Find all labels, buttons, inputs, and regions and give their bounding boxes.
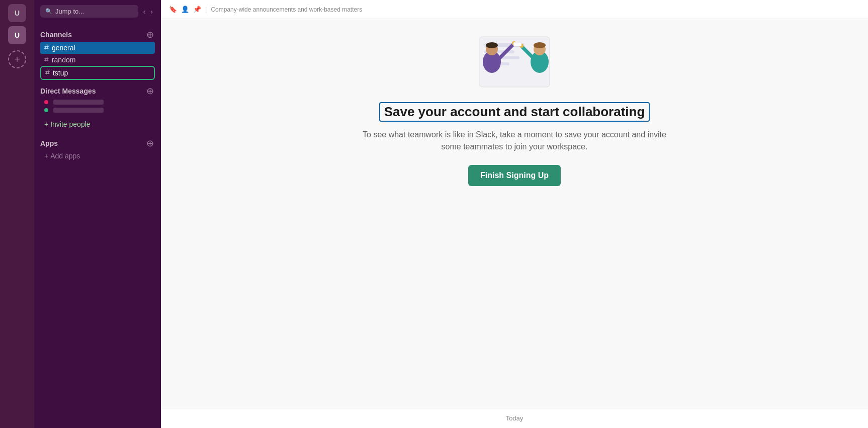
dm-name-blurred-2 <box>53 108 104 113</box>
workspace-avatar-top[interactable]: U <box>8 4 26 22</box>
svg-rect-16 <box>513 42 522 46</box>
pin-icon: 📌 <box>193 6 201 13</box>
channel-name-tstup: tstup <box>53 69 68 77</box>
bookmark-icon: 🔖 <box>169 6 177 13</box>
illustration-svg <box>439 29 590 102</box>
add-apps-plus-icon: + <box>44 152 48 160</box>
dm-section: Direct Messages ⊕ <box>34 82 161 116</box>
svg-point-12 <box>534 42 546 48</box>
add-apps-plus-button[interactable]: ⊕ <box>145 138 155 148</box>
promo-card: Save your account and start collaboratin… <box>343 102 685 206</box>
nav-arrows: ‹ › <box>141 7 155 17</box>
header-separator: | <box>205 6 207 13</box>
plus-icon: ⊕ <box>146 29 154 40</box>
apps-header: Apps ⊕ <box>40 138 155 148</box>
dm-header-label: Direct Messages <box>40 87 96 95</box>
channel-hash-icon: # <box>44 43 49 52</box>
search-icon: 🔍 <box>45 8 52 15</box>
add-apps-label: Add apps <box>50 152 80 160</box>
dm-name-blurred-1 <box>53 100 104 105</box>
plus-icon: ⊕ <box>146 138 154 149</box>
workspace-initial: U <box>15 9 20 17</box>
nav-back-button[interactable]: ‹ <box>141 7 148 17</box>
add-dm-button[interactable]: ⊕ <box>145 86 155 96</box>
user-avatar[interactable]: U <box>8 26 26 44</box>
channel-name-random: random <box>52 56 75 64</box>
add-channel-button[interactable]: ⊕ <box>145 30 155 40</box>
icon-bar: U U + <box>0 0 34 428</box>
finish-signing-up-button[interactable]: Finish Signing Up <box>468 165 561 186</box>
svg-point-7 <box>486 42 498 48</box>
user-initial: U <box>15 31 20 39</box>
promo-description: To see what teamwork is like in Slack, t… <box>354 129 675 153</box>
promo-title: Save your account and start collaboratin… <box>379 102 650 122</box>
dm-status-dot-1 <box>44 100 48 104</box>
channel-hash-icon: # <box>45 68 50 77</box>
channel-item-tstup[interactable]: # tstup <box>40 66 155 80</box>
dm-status-dot-2 <box>44 108 48 112</box>
dm-header[interactable]: Direct Messages ⊕ <box>40 86 155 96</box>
main-body: Save your account and start collaboratin… <box>161 19 868 408</box>
invite-plus-icon: + <box>44 120 48 128</box>
channels-header-label: Channels <box>40 31 72 39</box>
add-workspace-button[interactable]: + <box>8 50 26 68</box>
add-apps-button[interactable]: + Add apps <box>40 150 155 161</box>
hero-illustration <box>439 29 590 102</box>
channel-hash-icon: # <box>44 55 49 64</box>
main-bottom-bar: Today <box>161 408 868 428</box>
sidebar-top: 🔍 Jump to... ‹ › <box>34 0 161 22</box>
nav-forward-button[interactable]: › <box>148 7 155 17</box>
channel-item-random[interactable]: # random <box>40 54 155 66</box>
main-header: 🔖 👤 📌 | Company-wide announcements and w… <box>161 0 868 19</box>
channels-header[interactable]: Channels ⊕ <box>40 30 155 40</box>
invite-people-button[interactable]: + Invite people <box>34 116 161 132</box>
dm-item-1[interactable] <box>40 98 155 106</box>
main-content: 🔖 👤 📌 | Company-wide announcements and w… <box>161 0 868 428</box>
channel-item-general[interactable]: # general <box>40 42 155 54</box>
sidebar: 🔍 Jump to... ‹ › Channels ⊕ # general # … <box>34 0 161 428</box>
add-workspace-icon: + <box>14 54 20 65</box>
today-label: Today <box>506 414 524 422</box>
dm-item-2[interactable] <box>40 106 155 114</box>
channel-name-general: general <box>52 44 75 52</box>
jump-to-button[interactable]: 🔍 Jump to... <box>40 5 138 18</box>
channels-section: Channels ⊕ # general # random # tstup <box>34 22 161 82</box>
apps-section: Apps ⊕ + Add apps <box>34 132 161 163</box>
invite-people-label: Invite people <box>50 120 90 128</box>
person-icon: 👤 <box>181 6 189 13</box>
plus-icon: ⊕ <box>146 85 154 97</box>
apps-header-label: Apps <box>40 139 58 147</box>
jump-to-label: Jump to... <box>55 8 84 15</box>
header-description: Company-wide announcements and work-base… <box>211 6 362 13</box>
